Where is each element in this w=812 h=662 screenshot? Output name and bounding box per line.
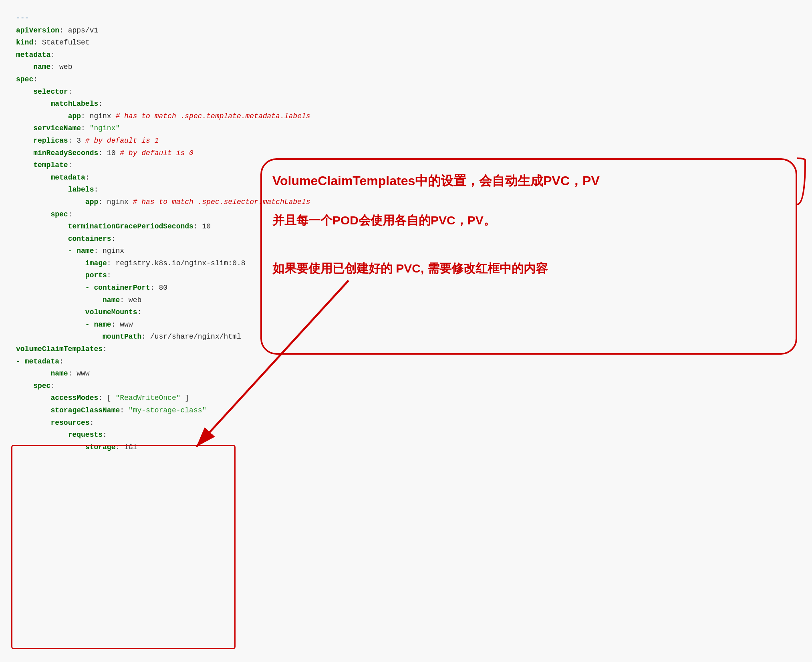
code-line: - name: www [16, 319, 796, 331]
code-line: mountPath: /usr/share/nginx/html [16, 331, 796, 343]
code-line: spec: [16, 208, 796, 221]
code-line: containers: [16, 233, 796, 245]
code-line: volumeClaimTemplates: [16, 343, 796, 355]
code-line: metadata: [16, 172, 796, 184]
code-line: name: www [16, 367, 796, 380]
code-line: terminationGracePeriodSeconds: 10 [16, 220, 796, 233]
code-line: kind: StatefulSet [16, 36, 796, 49]
code-line: resources: [16, 417, 796, 429]
code-line: name: web [16, 61, 796, 73]
red-highlight-box [11, 445, 236, 649]
code-line: --- [16, 12, 796, 24]
code-line: - containerPort: 80 [16, 282, 796, 294]
code-line: template: [16, 159, 796, 172]
code-line: name: web [16, 294, 796, 307]
code-line: metadata: [16, 49, 796, 61]
code-block: ---apiVersion: apps/v1kind: StatefulSetm… [0, 0, 812, 465]
code-line: ports: [16, 269, 796, 282]
code-line: image: registry.k8s.io/nginx-slim:0.8 [16, 257, 796, 270]
code-line: requests: [16, 429, 796, 441]
code-line: storageClassName: "my-storage-class" [16, 404, 796, 417]
code-line: app: nginx # has to match .spec.template… [16, 110, 796, 123]
code-line: minReadySeconds: 10 # by default is 0 [16, 147, 796, 159]
code-line: app: nginx # has to match .spec.selector… [16, 196, 796, 208]
code-line: apiVersion: apps/v1 [16, 24, 796, 37]
code-line: selector: [16, 86, 796, 98]
code-line: - name: nginx [16, 245, 796, 257]
code-line: accessModes: [ "ReadWriteOnce" ] [16, 392, 796, 404]
code-line: spec: [16, 380, 796, 392]
code-line: replicas: 3 # by default is 1 [16, 135, 796, 147]
code-line: labels: [16, 184, 796, 196]
code-line: serviceName: "nginx" [16, 122, 796, 135]
code-line: spec: [16, 73, 796, 86]
code-line: - metadata: [16, 355, 796, 368]
code-line: matchLabels: [16, 98, 796, 110]
code-line: volumeMounts: [16, 306, 796, 319]
